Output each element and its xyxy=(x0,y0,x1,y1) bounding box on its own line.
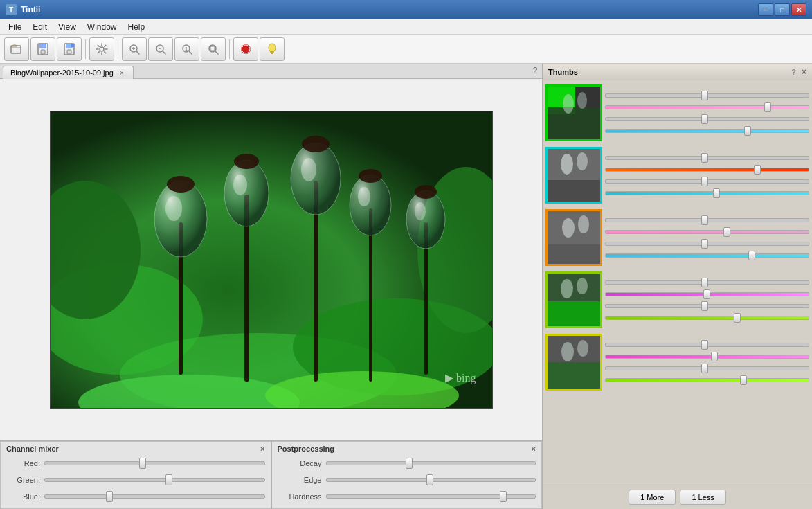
thumb-1[interactable] xyxy=(545,84,602,141)
red-handle[interactable] xyxy=(139,458,146,469)
slider-3-3[interactable] xyxy=(605,239,809,249)
slider-2-2[interactable] xyxy=(605,165,809,175)
slider-5-4[interactable] xyxy=(605,375,809,385)
thumb-5-sliders xyxy=(605,340,809,385)
slider-3-1[interactable] xyxy=(605,215,809,225)
decay-track xyxy=(326,461,536,465)
tab-image[interactable]: BingWallpaper-2015-10-09.jpg × xyxy=(3,66,134,79)
thumb-buttons: 1 More 1 Less xyxy=(543,485,812,509)
slider-2-3[interactable] xyxy=(605,177,809,186)
svg-point-24 xyxy=(269,44,276,52)
zoom-out-button[interactable] xyxy=(148,37,173,61)
slider-1-1[interactable] xyxy=(605,91,809,100)
thumbs-help[interactable]: ? xyxy=(791,68,796,76)
decay-slider[interactable] xyxy=(326,458,536,469)
svg-point-68 xyxy=(562,218,575,238)
channel-mixer-title: Channel mixer xyxy=(6,445,59,453)
svg-rect-76 xyxy=(548,362,600,389)
edge-handle[interactable] xyxy=(426,474,433,485)
menu-bar: File Edit View Window Help xyxy=(0,19,812,35)
blue-field-row: Blue: xyxy=(6,489,265,504)
svg-point-50 xyxy=(167,176,195,193)
settings-button[interactable] xyxy=(89,37,114,61)
red-field-row: Red: xyxy=(6,456,265,471)
help-button[interactable]: ? xyxy=(528,64,542,78)
svg-point-60 xyxy=(577,92,587,109)
svg-rect-6 xyxy=(67,50,71,54)
slider-2-1[interactable] xyxy=(605,153,809,163)
svg-point-22 xyxy=(241,44,251,54)
svg-point-48 xyxy=(406,190,445,249)
svg-line-17 xyxy=(190,51,192,54)
menu-help[interactable]: Help xyxy=(123,21,151,33)
menu-view[interactable]: View xyxy=(53,21,82,33)
svg-rect-0 xyxy=(11,46,21,53)
slider-5-1[interactable] xyxy=(605,340,809,350)
slider-3-4[interactable] xyxy=(605,251,809,260)
svg-rect-70 xyxy=(548,244,600,264)
thumbs-close[interactable]: × xyxy=(802,67,806,77)
minimize-button[interactable]: ─ xyxy=(758,3,773,16)
hardness-slider[interactable] xyxy=(326,491,536,502)
less-button[interactable]: 1 Less xyxy=(680,490,725,505)
svg-rect-72 xyxy=(548,301,600,326)
slider-1-2[interactable] xyxy=(605,102,809,112)
title-bar: T Tintii ─ □ ✕ xyxy=(0,0,812,19)
edge-slider[interactable] xyxy=(326,474,536,485)
thumb-5[interactable] xyxy=(545,334,602,391)
menu-window[interactable]: Window xyxy=(82,21,123,33)
channel-mixer-close[interactable]: × xyxy=(260,445,264,453)
thumb-4[interactable] xyxy=(545,271,602,328)
app-icon: T xyxy=(6,4,17,15)
hardness-handle[interactable] xyxy=(500,491,507,502)
slider-5-2[interactable] xyxy=(605,352,809,361)
slider-4-1[interactable] xyxy=(605,278,809,287)
thumb-item-5 xyxy=(544,332,811,392)
green-track xyxy=(44,478,265,482)
save-button[interactable] xyxy=(57,37,82,61)
svg-point-41 xyxy=(165,196,182,221)
save-as-button[interactable] xyxy=(30,37,55,61)
slider-4-4[interactable] xyxy=(605,313,809,323)
zoom-in-button[interactable] xyxy=(122,37,147,61)
zoom-100-button[interactable]: 1 xyxy=(174,37,199,61)
close-button[interactable]: ✕ xyxy=(791,3,806,16)
thumbs-scroll-area[interactable] xyxy=(543,80,812,485)
toolbar-sep-3 xyxy=(229,39,230,59)
lightbulb-button[interactable] xyxy=(260,37,285,61)
red-slider[interactable] xyxy=(44,458,265,469)
open-button[interactable] xyxy=(4,37,29,61)
svg-point-59 xyxy=(563,94,574,114)
svg-point-42 xyxy=(224,160,269,226)
slider-5-3[interactable] xyxy=(605,364,809,373)
svg-point-43 xyxy=(233,175,247,195)
svg-point-78 xyxy=(577,340,588,357)
thumb-3[interactable] xyxy=(545,209,602,266)
postprocessing-close[interactable]: × xyxy=(532,445,536,453)
slider-2-4[interactable] xyxy=(605,188,809,198)
blue-slider[interactable] xyxy=(44,491,265,502)
decay-handle[interactable] xyxy=(406,458,413,469)
slider-1-3[interactable] xyxy=(605,114,809,124)
tab-close-button[interactable]: × xyxy=(118,69,126,77)
more-button[interactable]: 1 More xyxy=(629,490,676,505)
blue-handle[interactable] xyxy=(106,491,113,502)
slider-4-3[interactable] xyxy=(605,301,809,311)
zoom-fit-button[interactable] xyxy=(201,37,226,61)
slider-1-4[interactable] xyxy=(605,126,809,136)
image-svg: ▶ bing xyxy=(51,111,493,409)
thumb-1-sliders xyxy=(605,91,809,136)
green-handle[interactable] xyxy=(165,474,172,485)
maximize-button[interactable]: □ xyxy=(775,3,790,16)
slider-4-2[interactable] xyxy=(605,289,809,299)
svg-rect-65 xyxy=(548,180,600,202)
menu-edit[interactable]: Edit xyxy=(27,21,53,33)
slider-3-2[interactable] xyxy=(605,227,809,237)
thumb-2[interactable] xyxy=(545,147,602,204)
help-circle-button[interactable] xyxy=(233,37,258,61)
menu-file[interactable]: File xyxy=(3,21,27,33)
svg-rect-3 xyxy=(41,50,45,54)
green-slider[interactable] xyxy=(44,474,265,485)
svg-point-47 xyxy=(358,187,370,206)
decay-field-row: Decay xyxy=(278,456,536,471)
